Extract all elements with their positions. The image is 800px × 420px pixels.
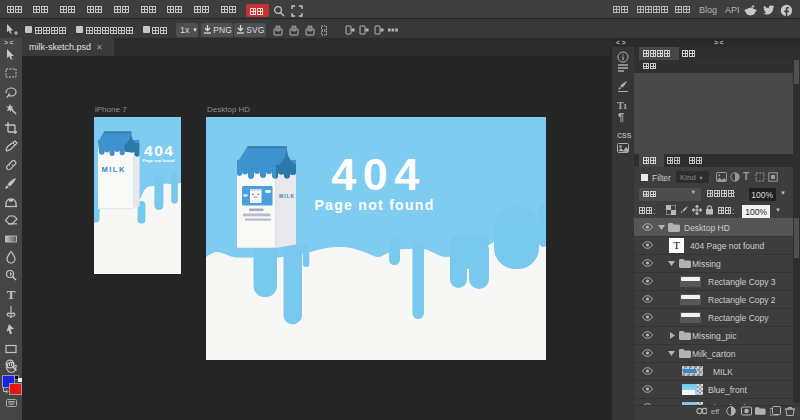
svg-text:MILK: MILK: [279, 193, 295, 199]
svg-text:MILK: MILK: [102, 165, 126, 174]
svg-text:Tı: Tı: [617, 100, 627, 111]
svg-text:404: 404: [331, 149, 426, 200]
svg-text:404: 404: [144, 142, 174, 159]
svg-text:eff: eff: [711, 407, 720, 416]
svg-text:Page not found: Page not found: [314, 197, 434, 213]
svg-text:T: T: [7, 287, 16, 301]
svg-text:¶: ¶: [618, 111, 624, 123]
svg-text:CSS: CSS: [617, 132, 632, 139]
svg-text:Page not found: Page not found: [143, 158, 175, 163]
